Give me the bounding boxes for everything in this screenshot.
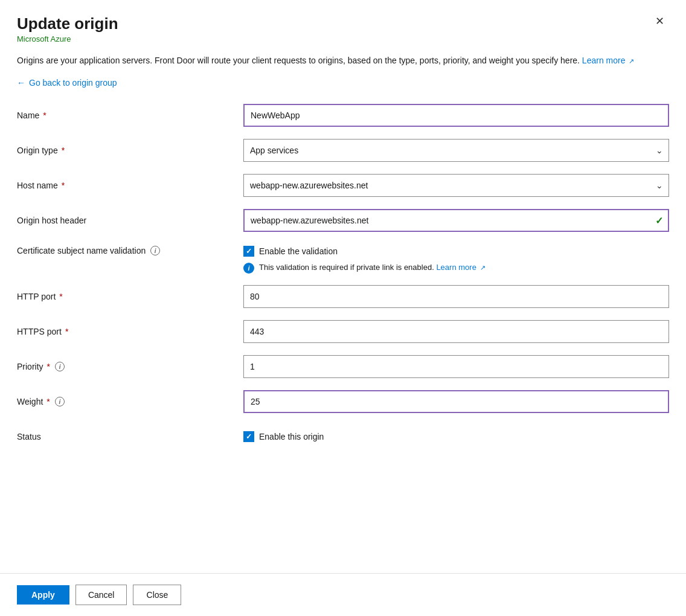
back-arrow-icon: ←: [17, 78, 25, 88]
origin-host-header-label: Origin host header: [17, 216, 243, 225]
origin-host-header-row: Origin host header ✓: [17, 208, 669, 233]
priority-info-icon: i: [55, 362, 65, 371]
http-port-control: [243, 285, 669, 308]
cert-validation-row: Certificate subject name validation i ✓ …: [17, 243, 669, 274]
priority-input[interactable]: [243, 355, 669, 378]
host-name-select-wrapper: webapp-new.azurewebsites.net ⌄: [243, 174, 669, 197]
learn-more-link[interactable]: Learn more ↗: [582, 56, 634, 65]
origin-host-header-wrapper: ✓: [243, 209, 669, 232]
cert-validation-control: ✓ Enable the validation i This validatio…: [243, 246, 669, 274]
weight-control: [243, 390, 669, 413]
cert-validation-checkbox-row: ✓ Enable the validation: [243, 246, 669, 257]
cert-learn-more-link[interactable]: Learn more ↗: [436, 263, 485, 272]
priority-required: *: [47, 362, 50, 371]
status-checkmark: ✓: [246, 433, 252, 440]
valid-check-icon: ✓: [655, 215, 663, 226]
cancel-button[interactable]: Cancel: [75, 585, 127, 605]
cert-external-link-icon: ↗: [480, 264, 486, 271]
weight-input[interactable]: [243, 390, 669, 413]
https-port-label: HTTPS port *: [17, 327, 243, 336]
cert-validation-checkbox[interactable]: ✓: [243, 246, 254, 257]
name-label: Name *: [17, 111, 243, 120]
http-port-input[interactable]: [243, 285, 669, 308]
panel-footer: Apply Cancel Close: [0, 573, 686, 616]
cert-validation-checkbox-label: Enable the validation: [259, 246, 338, 256]
status-checkbox[interactable]: ✓: [243, 431, 254, 442]
priority-control: [243, 355, 669, 378]
https-port-row: HTTPS port *: [17, 319, 669, 344]
http-port-required: *: [59, 292, 62, 301]
host-name-row: Host name * webapp-new.azurewebsites.net…: [17, 173, 669, 197]
host-name-required: *: [62, 181, 65, 190]
weight-label: Weight * i: [17, 397, 243, 406]
http-port-label: HTTP port *: [17, 292, 243, 301]
host-name-label: Host name *: [17, 181, 243, 190]
name-control: [243, 104, 669, 127]
close-panel-button[interactable]: ✕: [650, 12, 669, 30]
weight-row: Weight * i: [17, 390, 669, 414]
name-required: *: [43, 111, 46, 120]
weight-info-icon: i: [55, 397, 65, 406]
name-input[interactable]: [243, 104, 669, 127]
cert-validation-checkmark: ✓: [246, 248, 252, 255]
form-body: Name * Origin type * App services ⌄: [0, 97, 686, 573]
https-port-input[interactable]: [243, 320, 669, 343]
host-name-control: webapp-new.azurewebsites.net ⌄: [243, 174, 669, 197]
apply-button[interactable]: Apply: [17, 585, 69, 605]
origin-host-header-control: ✓: [243, 209, 669, 232]
status-checkbox-label: Enable this origin: [259, 432, 324, 441]
https-port-required: *: [65, 327, 68, 336]
back-to-origin-group-link[interactable]: ← Go back to origin group: [0, 73, 686, 97]
priority-label: Priority * i: [17, 362, 243, 371]
panel-header: Update origin Microsoft Azure ✕: [0, 0, 686, 43]
host-name-select[interactable]: webapp-new.azurewebsites.net: [243, 174, 669, 197]
panel-description: Origins are your application servers. Fr…: [0, 43, 686, 73]
origin-type-select-wrapper: App services ⌄: [243, 139, 669, 162]
status-checkbox-row: ✓ Enable this origin: [243, 431, 669, 442]
info-circle-icon: i: [243, 263, 254, 274]
origin-type-control: App services ⌄: [243, 139, 669, 162]
cert-validation-info-icon: i: [150, 246, 160, 255]
status-label: Status: [17, 432, 243, 441]
cert-validation-info-row: i This validation is required if private…: [243, 263, 669, 274]
panel-subtitle: Microsoft Azure: [17, 34, 118, 43]
origin-type-label: Origin type *: [17, 146, 243, 155]
status-row: Status ✓ Enable this origin: [17, 425, 669, 449]
priority-row: Priority * i: [17, 355, 669, 379]
origin-type-select[interactable]: App services: [243, 139, 669, 162]
origin-type-row: Origin type * App services ⌄: [17, 138, 669, 162]
panel-title: Update origin: [17, 14, 118, 33]
external-link-icon: ↗: [629, 57, 634, 65]
http-port-row: HTTP port *: [17, 284, 669, 309]
name-row: Name *: [17, 103, 669, 127]
status-control: ✓ Enable this origin: [243, 431, 669, 442]
weight-required: *: [46, 397, 50, 406]
close-button[interactable]: Close: [133, 585, 181, 605]
cert-validation-label: Certificate subject name validation i: [17, 246, 243, 255]
origin-type-required: *: [62, 146, 65, 155]
https-port-control: [243, 320, 669, 343]
origin-host-header-input[interactable]: [243, 209, 669, 232]
update-origin-panel: Update origin Microsoft Azure ✕ Origins …: [0, 0, 686, 616]
